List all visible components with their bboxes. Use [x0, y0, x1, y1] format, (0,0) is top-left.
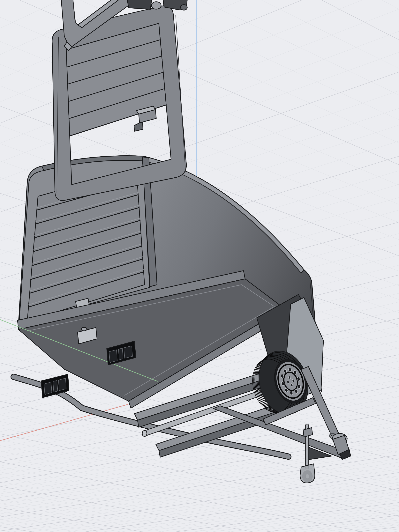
cad-viewport[interactable] — [0, 0, 399, 532]
hinge-brackets[interactable] — [127, 0, 187, 10]
jockey-bracket — [300, 464, 315, 483]
